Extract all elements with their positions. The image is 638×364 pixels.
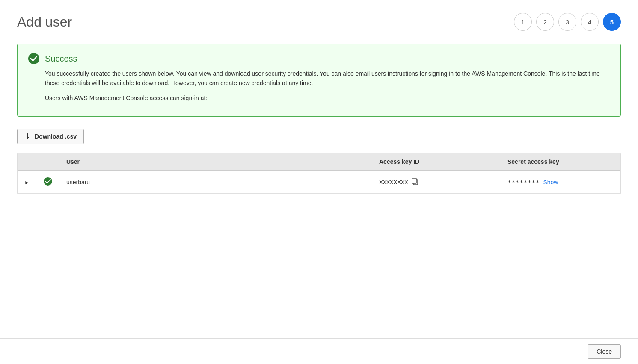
expand-arrow-icon[interactable]: ►	[24, 180, 30, 186]
row-expand-cell: ►	[18, 171, 36, 194]
success-check-icon	[28, 53, 40, 65]
access-key-id-value: XXXXXXXX	[379, 179, 408, 186]
users-table: User Access key ID Secret access key ►	[18, 153, 620, 194]
page-title: Add user	[17, 14, 72, 30]
step-3: 3	[558, 13, 576, 31]
col-header-access-key-id: Access key ID	[372, 153, 501, 171]
row-status-check-icon	[43, 177, 53, 186]
table-header-row: User Access key ID Secret access key	[18, 153, 620, 171]
success-banner: Success You successfully created the use…	[17, 44, 621, 117]
close-button[interactable]: Close	[588, 344, 621, 359]
page-footer: Close	[0, 338, 638, 364]
row-access-key-cell: XXXXXXXX	[372, 171, 501, 194]
table-row: ► userbaru XXXXXXXX	[18, 171, 620, 194]
success-title: Success	[45, 54, 77, 64]
download-icon: ⭳	[24, 133, 31, 140]
success-body: You successfully created the users shown…	[28, 69, 610, 103]
col-header-expand	[18, 153, 36, 171]
col-header-secret-access-key: Secret access key	[501, 153, 620, 171]
success-text-line2: Users with AWS Management Console access…	[45, 93, 610, 103]
copy-access-key-icon[interactable]	[411, 178, 419, 187]
step-2: 2	[536, 13, 554, 31]
users-table-container: User Access key ID Secret access key ►	[17, 153, 621, 194]
step-1: 1	[514, 13, 532, 31]
step-4: 4	[581, 13, 599, 31]
col-header-user: User	[59, 153, 372, 171]
download-csv-button[interactable]: ⭳ Download .csv	[17, 129, 84, 144]
col-header-status	[36, 153, 59, 171]
success-text-line1: You successfully created the users shown…	[45, 69, 610, 88]
page-header: Add user 1 2 3 4 5	[17, 13, 621, 31]
step-indicators: 1 2 3 4 5	[514, 13, 621, 31]
svg-rect-3	[412, 178, 416, 183]
row-username-cell: userbaru	[59, 171, 372, 194]
success-header: Success	[28, 53, 610, 65]
download-csv-label: Download .csv	[35, 133, 77, 140]
secret-key-masked: ********	[507, 179, 540, 186]
row-secret-key-cell: ******** Show	[501, 171, 620, 194]
step-5-active: 5	[603, 13, 621, 31]
row-status-cell	[36, 171, 59, 194]
svg-point-0	[28, 53, 39, 64]
show-secret-key-button[interactable]: Show	[543, 179, 558, 186]
username-label: userbaru	[66, 179, 90, 186]
